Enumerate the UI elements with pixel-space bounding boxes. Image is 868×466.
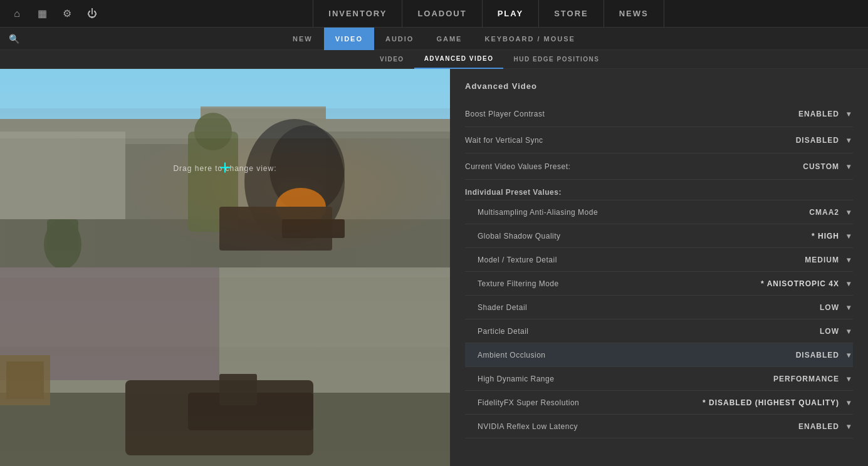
shadow-quality-chevron-icon: ▾ bbox=[844, 232, 853, 241]
antialiasing-label: Multisampling Anti-Aliasing Mode bbox=[478, 208, 598, 217]
shader-detail-value: LOW bbox=[820, 303, 839, 312]
texture-detail-row: Model / Texture Detail MEDIUM ▾ bbox=[465, 248, 853, 272]
nav-links-group: Inventory Loadout Play Store News bbox=[109, 0, 868, 28]
crosshair bbox=[217, 160, 233, 177]
main-content: Drag here to change view: bbox=[0, 69, 868, 466]
preview-top[interactable]: Drag here to change view: bbox=[0, 69, 450, 267]
particle-detail-label: Particle Detail bbox=[478, 327, 529, 336]
texture-detail-value: MEDIUM bbox=[805, 256, 839, 264]
home-icon[interactable]: ⌂ bbox=[10, 7, 24, 21]
nvidia-reflex-chevron-icon: ▾ bbox=[844, 422, 853, 431]
preview-bottom[interactable] bbox=[0, 267, 450, 466]
video-preset-label: Current Video Values Preset: bbox=[465, 162, 570, 171]
ambient-occlusion-value: DISABLED bbox=[796, 351, 839, 360]
particle-detail-value: LOW bbox=[820, 327, 839, 336]
section-title: Advanced Video bbox=[465, 81, 853, 91]
fsr-label: FidelityFX Super Resolution bbox=[478, 398, 579, 407]
individual-preset-header: Individual Preset Values: bbox=[465, 180, 853, 200]
hdr-dropdown[interactable]: PERFORMANCE ▾ bbox=[773, 375, 853, 383]
top-navigation: ⌂ ▦ ⚙ ⏻ Inventory Loadout Play Store New… bbox=[0, 0, 868, 28]
ambient-occlusion-chevron-icon: ▾ bbox=[844, 351, 853, 360]
nav-inventory[interactable]: Inventory bbox=[313, 0, 402, 28]
settings-panel: Advanced Video Boost Player Contrast ENA… bbox=[450, 69, 868, 466]
hdr-chevron-icon: ▾ bbox=[844, 375, 853, 383]
subnav-audio[interactable]: Audio bbox=[374, 28, 425, 50]
texture-detail-dropdown[interactable]: MEDIUM ▾ bbox=[805, 256, 853, 264]
boost-player-contrast-chevron-icon: ▾ bbox=[844, 110, 853, 118]
nav-news[interactable]: News bbox=[604, 0, 664, 28]
ambient-occlusion-label: Ambient Occlusion bbox=[478, 351, 546, 360]
game-preview: Drag here to change view: bbox=[0, 69, 450, 466]
subnav-video[interactable]: Video bbox=[324, 28, 374, 50]
texture-filtering-row: Texture Filtering Mode * ANISOTROPIC 4X … bbox=[465, 272, 853, 296]
video-preset-value: CUSTOM bbox=[803, 162, 839, 171]
antialiasing-dropdown[interactable]: CMAA2 ▾ bbox=[809, 208, 853, 217]
shadow-quality-value: * HIGH bbox=[812, 232, 839, 241]
tab-advanced-video[interactable]: Advanced Video bbox=[414, 50, 504, 69]
fsr-value: * DISABLED (HIGHEST QUALITY) bbox=[703, 398, 839, 407]
svg-point-13 bbox=[194, 113, 232, 150]
vertical-sync-value: DISABLED bbox=[796, 136, 839, 145]
shader-detail-label: Shader Detail bbox=[478, 303, 527, 312]
fsr-row: FidelityFX Super Resolution * DISABLED (… bbox=[465, 391, 853, 415]
inventory-icon[interactable]: ▦ bbox=[35, 7, 49, 21]
shadow-quality-label: Global Shadow Quality bbox=[478, 232, 561, 241]
scene-svg-bottom bbox=[0, 267, 450, 466]
fsr-chevron-icon: ▾ bbox=[844, 398, 853, 407]
svg-rect-25 bbox=[219, 374, 257, 405]
hdr-label: High Dynamic Range bbox=[478, 375, 554, 383]
texture-filtering-dropdown[interactable]: * ANISOTROPIC 4X ▾ bbox=[761, 279, 853, 288]
particle-detail-row: Particle Detail LOW ▾ bbox=[465, 319, 853, 343]
shadow-quality-dropdown[interactable]: * HIGH ▾ bbox=[812, 232, 853, 241]
sub-navigation: 🔍 New Video Audio Game Keyboard / Mouse bbox=[0, 28, 868, 50]
boost-player-contrast-value: ENABLED bbox=[798, 110, 839, 118]
shader-detail-row: Shader Detail LOW ▾ bbox=[465, 296, 853, 319]
hdr-row: High Dynamic Range PERFORMANCE ▾ bbox=[465, 367, 853, 391]
subnav-new[interactable]: New bbox=[281, 28, 324, 50]
svg-rect-27 bbox=[6, 361, 44, 399]
vertical-sync-label: Wait for Vertical Sync bbox=[465, 136, 543, 145]
video-preset-chevron-icon: ▾ bbox=[844, 162, 853, 171]
video-preset-dropdown[interactable]: CUSTOM ▾ bbox=[803, 162, 853, 171]
nav-icons-group: ⌂ ▦ ⚙ ⏻ bbox=[0, 7, 109, 21]
nav-play[interactable]: Play bbox=[483, 0, 539, 28]
vertical-sync-dropdown[interactable]: DISABLED ▾ bbox=[796, 136, 853, 145]
texture-detail-label: Model / Texture Detail bbox=[478, 256, 557, 264]
tab-hud-edge-positions[interactable]: HUD Edge Positions bbox=[503, 50, 609, 69]
individual-preset-label: Individual Preset Values: bbox=[465, 188, 562, 197]
nav-loadout[interactable]: Loadout bbox=[402, 0, 482, 28]
ambient-occlusion-row: Ambient Occlusion DISABLED ▾ bbox=[465, 343, 853, 367]
particle-detail-chevron-icon: ▾ bbox=[844, 327, 853, 336]
sub-nav-inner: 🔍 New Video Audio Game Keyboard / Mouse bbox=[0, 28, 868, 50]
tab-navigation: Video Advanced Video HUD Edge Positions bbox=[0, 50, 868, 69]
boost-player-contrast-dropdown[interactable]: ENABLED ▾ bbox=[798, 110, 853, 118]
subnav-game[interactable]: Game bbox=[425, 28, 473, 50]
settings-icon[interactable]: ⚙ bbox=[60, 7, 74, 21]
texture-filtering-value: * ANISOTROPIC 4X bbox=[761, 279, 839, 288]
svg-rect-21 bbox=[219, 267, 450, 380]
nav-store[interactable]: Store bbox=[539, 0, 604, 28]
antialiasing-value: CMAA2 bbox=[809, 208, 839, 217]
texture-filtering-chevron-icon: ▾ bbox=[844, 279, 853, 288]
shadow-quality-row: Global Shadow Quality * HIGH ▾ bbox=[465, 224, 853, 248]
nvidia-reflex-row: NVIDIA Reflex Low Latency ENABLED ▾ bbox=[465, 415, 853, 438]
ambient-occlusion-dropdown[interactable]: DISABLED ▾ bbox=[796, 351, 853, 360]
antialiasing-chevron-icon: ▾ bbox=[844, 208, 853, 217]
antialiasing-row: Multisampling Anti-Aliasing Mode CMAA2 ▾ bbox=[465, 200, 853, 224]
hdr-value: PERFORMANCE bbox=[773, 375, 839, 383]
nvidia-reflex-label: NVIDIA Reflex Low Latency bbox=[478, 422, 578, 431]
fsr-dropdown[interactable]: * DISABLED (HIGHEST QUALITY) ▾ bbox=[703, 398, 853, 407]
boost-player-contrast-row: Boost Player Contrast ENABLED ▾ bbox=[465, 101, 853, 127]
nvidia-reflex-value: ENABLED bbox=[798, 422, 839, 431]
subnav-keyboard-mouse[interactable]: Keyboard / Mouse bbox=[473, 28, 586, 50]
tab-video[interactable]: Video bbox=[370, 50, 414, 69]
nvidia-reflex-dropdown[interactable]: ENABLED ▾ bbox=[798, 422, 853, 431]
boost-player-contrast-label: Boost Player Contrast bbox=[465, 110, 545, 118]
search-icon[interactable]: 🔍 bbox=[9, 34, 19, 44]
svg-rect-15 bbox=[282, 219, 345, 238]
particle-detail-dropdown[interactable]: LOW ▾ bbox=[820, 327, 853, 336]
vertical-sync-row: Wait for Vertical Sync DISABLED ▾ bbox=[465, 127, 853, 153]
shader-detail-dropdown[interactable]: LOW ▾ bbox=[820, 303, 853, 312]
texture-detail-chevron-icon: ▾ bbox=[844, 256, 853, 264]
power-icon[interactable]: ⏻ bbox=[85, 7, 99, 21]
